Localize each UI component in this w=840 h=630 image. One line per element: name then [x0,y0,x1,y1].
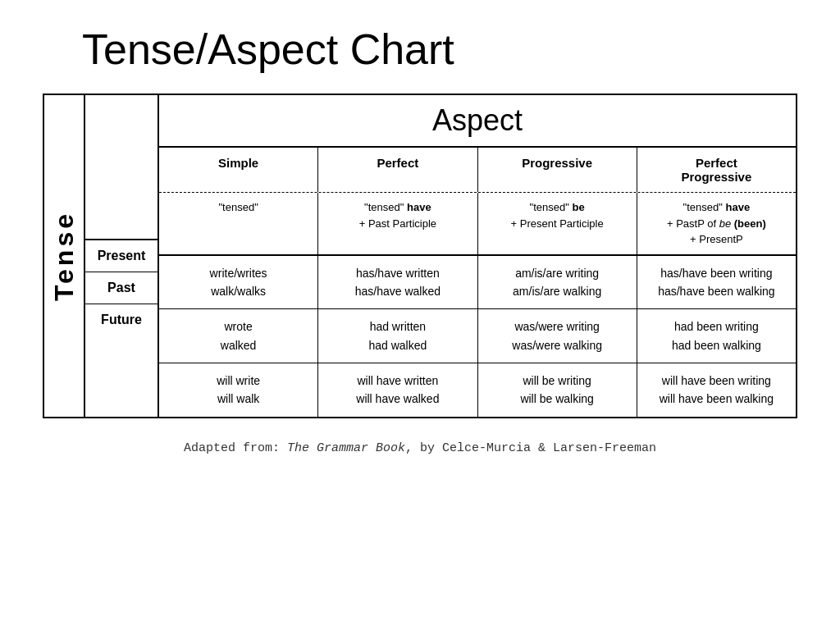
formula-simple-text: "tensed" [218,201,258,213]
future-perfect-progressive: will have been writing will have been wa… [637,363,796,417]
formula-perfect-text: "tensed" have+ Past Participle [359,201,436,230]
column-headers: Simple Perfect Progressive PerfectProgre… [159,148,796,193]
col-header-perfect-progressive: PerfectProgressive [637,148,796,192]
past-simple-text: wrote walked [221,320,257,351]
past-progressive: was/were writing was/were walking [478,309,637,363]
future-simple-text: will write will walk [217,374,260,405]
formula-progressive-text: "tensed" be+ Present Participle [511,201,604,230]
present-progressive: am/is/are writing am/is/are walking [478,256,637,309]
past-perfect-text: had written had walked [368,320,427,351]
future-simple: will write will walk [159,363,318,417]
past-pp-text: had been writing had been walking [672,320,761,351]
formula-pp-text: "tensed" have+ PastP of be (been)+ Prese… [667,201,766,245]
future-perfect: will have written will have walked [318,363,477,417]
present-simple-text: write/writes walk/walks [210,267,267,298]
data-rows: write/writes walk/walks has/have written… [159,256,796,417]
present-row: write/writes walk/walks has/have written… [159,256,796,310]
future-progressive: will be writing will be walking [478,363,637,417]
tense-label: Tense [49,211,80,301]
past-perfect-progressive: had been writing had been walking [637,309,796,363]
tense-column-label: Tense [44,95,85,417]
aspect-header: Aspect [159,95,796,148]
row-label-spacer [85,95,158,240]
present-perfect-progressive: has/have been writing has/have been walk… [637,256,796,309]
formula-progressive: "tensed" be+ Present Participle [478,193,637,254]
present-simple: write/writes walk/walks [159,256,318,309]
row-labels-column: Present Past Future [85,95,159,417]
col-header-simple: Simple [159,148,318,192]
page-title: Tense/Aspect Chart [82,25,454,74]
future-pp-text: will have been writing will have been wa… [660,374,774,405]
future-progressive-text: will be writing will be walking [520,374,593,405]
formula-row: "tensed" "tensed" have+ Past Participle … [159,193,796,256]
present-perfect: has/have written has/have walked [318,256,477,309]
tense-aspect-chart: Tense Present Past Future Aspect Simple … [43,94,797,418]
present-pp-text: has/have been writing has/have been walk… [658,267,774,298]
formula-simple: "tensed" [159,193,318,254]
row-label-present: Present [85,240,158,272]
past-perfect: had written had walked [318,309,477,363]
citation-book: The Grammar Book [287,441,405,455]
formula-perfect-progressive: "tensed" have+ PastP of be (been)+ Prese… [637,193,796,254]
future-row: will write will walk will have written w… [159,363,796,417]
citation: Adapted from: The Grammar Book, by Celce… [184,441,656,455]
past-row: wrote walked had written had walked was/… [159,309,796,363]
col-header-progressive: Progressive [478,148,637,192]
present-perfect-text: has/have written has/have walked [355,267,441,298]
col-header-perfect: Perfect [318,148,477,192]
future-perfect-text: will have written will have walked [356,374,439,405]
row-label-past: Past [85,272,158,304]
row-label-future: Future [85,304,158,336]
past-simple: wrote walked [159,309,318,363]
present-progressive-text: am/is/are writing am/is/are walking [513,267,601,298]
main-table: Aspect Simple Perfect Progressive Perfec… [159,95,796,417]
formula-perfect: "tensed" have+ Past Participle [318,193,477,254]
past-progressive-text: was/were writing was/were walking [512,320,602,351]
